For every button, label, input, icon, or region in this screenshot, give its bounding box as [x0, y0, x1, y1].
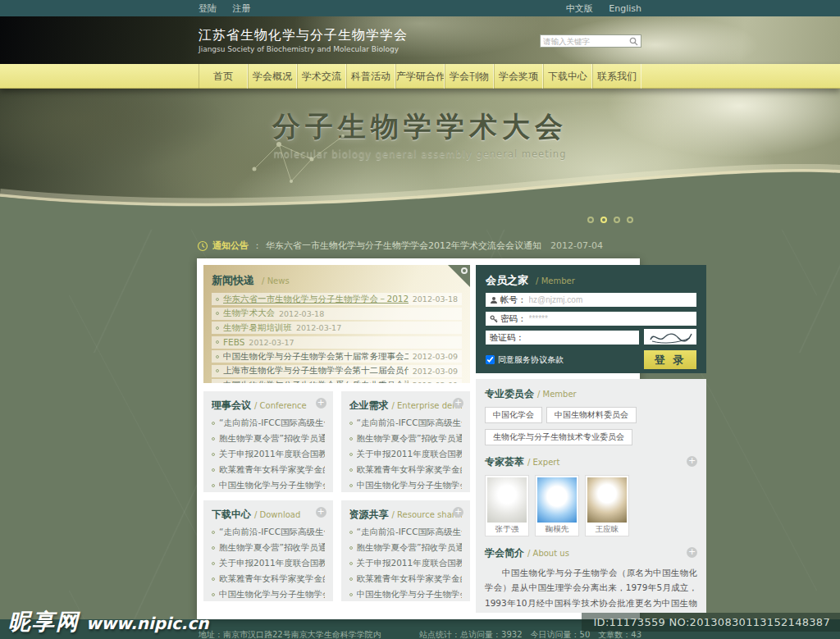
- news-item-title[interactable]: 上海市生物化学与分子生物学学会第十二届会员代表大会暨第十二届理事会...: [223, 365, 409, 377]
- account-input[interactable]: [529, 295, 693, 304]
- plus-icon[interactable]: [453, 507, 463, 518]
- section-title: 企业需求: [349, 399, 389, 413]
- main-content-panel: 新闻快递 / News 华东六省一市生物化学与分子生物学学会－2012年学术交流…: [197, 258, 640, 619]
- bullet-icon: [216, 326, 219, 330]
- expert-card[interactable]: 王应睐: [585, 475, 629, 536]
- topbar: 登陆 注册 中文版 English: [0, 0, 840, 16]
- plus-icon[interactable]: [687, 547, 697, 558]
- agree-checkbox[interactable]: [486, 355, 495, 364]
- news-item[interactable]: 生物学术大会 2012-03-18: [212, 308, 462, 320]
- bullet-icon: [216, 312, 219, 315]
- section-list-item[interactable]: 关于申报2011年度联合国教科文组织一: [212, 446, 325, 462]
- section-list-item[interactable]: 中国生物化学与分子生物学会第十届常: [349, 587, 463, 601]
- section-download-center: 下载中心 / Download “走向前沿-IFCC国际高级生化和分子细胞生物学…: [203, 500, 333, 601]
- carousel-dot[interactable]: [587, 217, 594, 223]
- news-item[interactable]: 中国生物化学与分子生物学会第十届常务理事会二次全体会议在山东省济南... 201…: [212, 350, 462, 363]
- section-list-item[interactable]: 中国生物化学与分子生物学会第十届常: [349, 477, 463, 492]
- nav-item[interactable]: 产学研合作: [395, 64, 445, 89]
- news-item-title[interactable]: 生物学暑期培训班: [223, 322, 292, 334]
- plus-icon[interactable]: [687, 456, 697, 467]
- news-item-title[interactable]: 生物学术大会: [223, 308, 275, 319]
- nav-menu: 首页学会概况学术交流科普活动产学研合作学会刊物学会奖项下载中心联系我们: [199, 64, 641, 89]
- nav-item[interactable]: 下载中心: [543, 64, 592, 89]
- committee-title-en: / Member: [537, 390, 577, 399]
- captcha-image[interactable]: [644, 329, 696, 345]
- section-list-item[interactable]: 欧莱雅青年女科学家奖学金的通知: [349, 462, 463, 477]
- section-list-item[interactable]: 胞生物学夏令营”招收学员通知: [212, 431, 325, 446]
- nav-item[interactable]: 学会奖项: [494, 64, 543, 89]
- member-title-en: / Member: [536, 276, 575, 285]
- key-icon: [490, 315, 498, 323]
- news-item-date: 2012-03-09: [413, 367, 458, 376]
- section-list-item[interactable]: 胞生物学夏令营”招收学员通知: [349, 540, 463, 555]
- bullet-icon: [349, 531, 353, 534]
- news-item[interactable]: 上海市生物化学与分子生物学学会第十二届会员代表大会暨第十二届理事会... 201…: [212, 365, 462, 377]
- news-list: 华东六省一市生物化学与分子生物学学会－2012年学术交流会圆满闭幕 2012-0…: [212, 293, 462, 383]
- section-list-item[interactable]: “走向前沿-IFCC国际高级生化和分子细: [212, 524, 325, 540]
- search-input[interactable]: [543, 37, 629, 46]
- captcha-input[interactable]: [527, 333, 635, 342]
- bullet-icon: [349, 484, 353, 487]
- site-subtitle: Jiangsu Society of Biochemistry and Mole…: [199, 45, 408, 53]
- site-title: 江苏省生物化学与分子生物学学会: [199, 27, 408, 44]
- section-list-item[interactable]: 关于申报2011年度联合国教科文组织一: [349, 446, 463, 462]
- news-item-title[interactable]: 中国生物化学与分子生物学会蛋白质专业委员会通讯（第十三期）: [223, 380, 409, 384]
- carousel-dot[interactable]: [627, 217, 633, 223]
- section-list-item[interactable]: “走向前沿-IFCC国际高级生化和分子细: [212, 415, 325, 431]
- committee-button-chemical-society[interactable]: 中国化学会: [485, 407, 542, 423]
- section-list-item[interactable]: 中国生物化学与分子生物学会第十届常: [212, 587, 325, 601]
- plus-icon[interactable]: [316, 507, 326, 518]
- section-list-item[interactable]: 欧莱雅青年女科学家奖学金的通知: [212, 571, 325, 587]
- carousel-dot[interactable]: [600, 217, 607, 223]
- news-item[interactable]: FEBS 2012-03-17: [212, 336, 462, 349]
- banner-subtitle: molecular biology general assembly gener…: [0, 148, 840, 160]
- search-icon[interactable]: [629, 37, 638, 46]
- committee-button-biomaterials[interactable]: 中国生物材料委员会: [546, 407, 637, 423]
- plus-icon[interactable]: [453, 398, 463, 409]
- section-list-item[interactable]: 关于申报2011年度联合国教科文组织一: [349, 555, 463, 571]
- login-button[interactable]: 登 录: [644, 350, 696, 369]
- bullet-icon: [349, 468, 353, 472]
- section-list-item[interactable]: “走向前沿-IFCC国际高级生化和分子细: [349, 524, 463, 540]
- password-input[interactable]: [529, 314, 693, 323]
- news-item-title[interactable]: FEBS: [223, 337, 244, 347]
- section-list-item[interactable]: 欧莱雅青年女科学家奖学金的通知: [212, 462, 325, 477]
- committee-button-biotech[interactable]: 生物化学与分子生物技术专业委员会: [485, 429, 632, 445]
- expert-card[interactable]: 张于强: [485, 475, 529, 536]
- news-item[interactable]: 生物学暑期培训班 2012-03-17: [212, 322, 462, 334]
- nav-item[interactable]: 学会刊物: [445, 64, 494, 89]
- section-list-item[interactable]: 中国生物化学与分子生物学会第十届常: [212, 477, 325, 492]
- section-list-item[interactable]: 胞生物学夏令营”招收学员通知: [349, 431, 463, 446]
- nav-item[interactable]: 科普活动: [346, 64, 395, 89]
- section-list-item[interactable]: 关于申报2011年度联合国教科文组织一: [212, 555, 325, 571]
- sections-grid: 理事会议 / Conference “走向前沿-IFCC国际高级生化和分子细胞生…: [203, 391, 470, 601]
- english-version-link[interactable]: English: [609, 3, 641, 14]
- expert-name: 张于强: [487, 524, 527, 535]
- notice-link[interactable]: 华东六省一市生物化学与分子生物学学会2012年学术交流会会议通知: [266, 240, 541, 252]
- nipic-watermark: 昵享网 www.nipic.cn: [8, 607, 209, 637]
- expert-card[interactable]: 鞠模先: [535, 475, 579, 536]
- news-item[interactable]: 中国生物化学与分子生物学会蛋白质专业委员会通讯（第十三期） 2012-03-09: [212, 379, 462, 383]
- news-item-title[interactable]: 中国生物化学与分子生物学会第十届常务理事会二次全体会议在山东省济南...: [223, 351, 409, 363]
- login-link[interactable]: 登陆: [199, 3, 217, 14]
- section-list-item[interactable]: “走向前沿-IFCC国际高级生化和分子细: [349, 415, 463, 431]
- about-title-en: / About us: [527, 549, 569, 558]
- register-link[interactable]: 注册: [233, 3, 251, 14]
- nav-item[interactable]: 首页: [199, 64, 248, 89]
- nav-item[interactable]: 学术交流: [297, 64, 346, 89]
- section-list-item[interactable]: 胞生物学夏令营”招收学员通知: [212, 540, 325, 555]
- news-item[interactable]: 华东六省一市生物化学与分子生物学学会－2012年学术交流会圆满闭幕 2012-0…: [212, 293, 462, 305]
- section-title: 理事会议: [212, 399, 251, 413]
- nav-item[interactable]: 学会概况: [248, 64, 297, 89]
- plus-icon[interactable]: [316, 398, 326, 409]
- chinese-version-link[interactable]: 中文版: [566, 3, 593, 14]
- nav-item[interactable]: 联系我们: [592, 64, 641, 89]
- carousel-dot[interactable]: [614, 217, 620, 223]
- left-column: 新闻快递 / News 华东六省一市生物化学与分子生物学学会－2012年学术交流…: [203, 265, 470, 613]
- captcha-label: 验证码：: [490, 332, 524, 344]
- wave-divider: [0, 164, 840, 230]
- news-item-title[interactable]: 华东六省一市生物化学与分子生物学学会－2012年学术交流会圆满闭幕: [223, 294, 409, 305]
- section-title: 资源共享: [349, 508, 389, 522]
- section-list-item[interactable]: 欧莱雅青年女科学家奖学金的通知: [349, 571, 463, 587]
- committee-header: 专业委员会 / Member: [485, 387, 697, 401]
